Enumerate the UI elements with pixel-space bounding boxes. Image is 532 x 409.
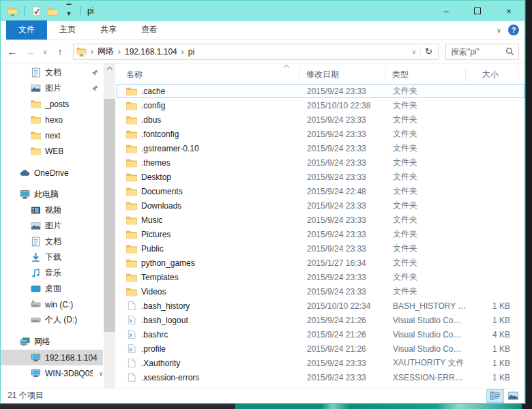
column-header-date[interactable]: 修改日期 bbox=[299, 67, 385, 81]
scrollbar-up-icon[interactable] bbox=[104, 63, 115, 74]
address-bar[interactable]: ›网络›192.168.1.104›pi ∨ ↻ bbox=[73, 44, 439, 60]
file-name-cell: python_games bbox=[117, 258, 300, 268]
search-icon[interactable] bbox=[505, 47, 518, 56]
help-icon[interactable]: ? bbox=[508, 25, 519, 35]
network-icon bbox=[20, 337, 30, 347]
sidebar-item-WIN-3D8Q0SD[interactable]: WIN-3D8Q0SD ∨ bbox=[1, 365, 103, 381]
file-row-.Xauthority[interactable]: .Xauthority 2015/9/24 23:33 XAUTHORITY 文… bbox=[117, 356, 524, 370]
sidebar-scrollbar[interactable] bbox=[104, 63, 115, 388]
forward-button[interactable]: → bbox=[23, 44, 38, 59]
ribbon-tab-查看[interactable]: 查看 bbox=[129, 20, 170, 40]
expand-chevron-icon[interactable]: ∨ bbox=[98, 370, 103, 377]
file-row-.xsession-errors[interactable]: .xsession-errors 2015/9/24 23:33 XSESSIO… bbox=[117, 370, 524, 384]
file-row-.bash_logout[interactable]: .bash_logout 2015/9/24 21:26 Visual Stud… bbox=[117, 313, 524, 327]
file-name-cell: .bash_history bbox=[117, 301, 300, 311]
file-row-.cache[interactable]: .cache 2015/9/24 23:33 文件夹 bbox=[117, 84, 524, 98]
window-network-folder-icon[interactable] bbox=[5, 4, 19, 18]
search-input[interactable] bbox=[446, 47, 505, 57]
breadcrumb-segment[interactable]: 网络 bbox=[96, 44, 115, 59]
details-view-button[interactable] bbox=[486, 389, 504, 403]
sidebar-item-label: 文档 bbox=[45, 236, 61, 247]
file-name: Videos bbox=[141, 287, 166, 297]
properties-icon[interactable] bbox=[29, 4, 43, 18]
file-size: 1 KB bbox=[467, 344, 520, 354]
sidebar-item-next[interactable]: next bbox=[1, 127, 103, 143]
customize-qat-dropdown-icon[interactable]: ▔▼ bbox=[62, 4, 76, 18]
sidebar-item-图片[interactable]: 图片 bbox=[1, 218, 103, 234]
sidebar-item-OneDrive[interactable]: OneDrive bbox=[1, 165, 103, 181]
folder-icon bbox=[126, 87, 137, 96]
address-dropdown-icon[interactable]: ∨ bbox=[408, 48, 421, 55]
back-button[interactable]: ← bbox=[5, 44, 20, 59]
sidebar-item-此电脑[interactable]: 此电脑 bbox=[1, 187, 103, 202]
file-row-.bash_history[interactable]: .bash_history 2015/10/10 22:34 BASH_HIST… bbox=[117, 299, 524, 313]
file-row-Music[interactable]: Music 2015/9/24 23:33 文件夹 bbox=[117, 213, 524, 227]
column-header-type[interactable]: 类型 bbox=[385, 67, 466, 81]
column-header-name[interactable]: 名称 bbox=[117, 67, 299, 81]
sidebar-item-192.168.1.104[interactable]: 192.168.1.104 bbox=[1, 350, 103, 365]
file-row-Videos[interactable]: Videos 2015/9/24 23:33 文件夹 bbox=[117, 284, 524, 299]
breadcrumb-separator-icon: › bbox=[88, 47, 96, 57]
sidebar-item-_posts[interactable]: _posts bbox=[1, 96, 103, 112]
breadcrumb-segment[interactable]: 192.168.1.104 bbox=[123, 46, 179, 58]
pin-icon bbox=[91, 85, 99, 92]
sidebar-item-文档[interactable]: 文档 bbox=[1, 234, 103, 249]
file-row-Desktop[interactable]: Desktop 2015/9/24 23:33 文件夹 bbox=[117, 170, 524, 184]
title-bar[interactable]: ▔▼ pi – × bbox=[1, 1, 524, 21]
file-row-Documents[interactable]: Documents 2015/9/24 22:48 文件夹 bbox=[117, 184, 524, 198]
file-row-python_games[interactable]: python_games 2015/1/27 16:34 文件夹 bbox=[117, 256, 524, 270]
ribbon-tab-主页[interactable]: 主页 bbox=[47, 20, 88, 40]
minimize-ribbon-chevron-icon[interactable]: ∨ bbox=[497, 27, 501, 34]
file-name-cell: Desktop bbox=[117, 172, 300, 182]
file-row-.config[interactable]: .config 2015/10/10 22:38 文件夹 bbox=[117, 98, 524, 112]
sidebar-item-音乐[interactable]: 音乐 bbox=[1, 265, 103, 281]
sidebar-item-下载[interactable]: 下载 bbox=[1, 249, 103, 265]
close-button[interactable]: × bbox=[493, 1, 524, 21]
file-row-.fontconfig[interactable]: .fontconfig 2015/9/24 23:33 文件夹 bbox=[117, 127, 524, 141]
sidebar-item-桌面[interactable]: 桌面 bbox=[1, 281, 103, 297]
column-header-size[interactable]: 大小 bbox=[466, 67, 519, 81]
sidebar-item-WEB[interactable]: WEB bbox=[1, 143, 103, 159]
file-list-pane: 名称 修改日期 类型 大小 .cache 2015/9/24 23:33 文件夹… bbox=[117, 63, 524, 388]
sidebar-item-视频[interactable]: 视频 bbox=[1, 202, 103, 218]
file-row-.profile[interactable]: .profile 2015/9/24 21:26 Visual Studio C… bbox=[117, 342, 524, 356]
ribbon-tab-共享[interactable]: 共享 bbox=[88, 20, 129, 40]
thumbnail-view-button[interactable] bbox=[504, 389, 522, 403]
scrollbar-thumb[interactable] bbox=[104, 99, 115, 332]
file-row-Templates[interactable]: Templates 2015/9/24 23:33 文件夹 bbox=[117, 270, 524, 284]
sidebar-item-文档[interactable]: 文档 bbox=[1, 65, 103, 80]
recent-locations-dropdown-icon[interactable]: ∨ bbox=[40, 44, 50, 59]
file-name: .profile bbox=[141, 344, 166, 354]
file-row-Downloads[interactable]: Downloads 2015/9/24 23:33 文件夹 bbox=[117, 198, 524, 213]
maximize-icon bbox=[474, 7, 481, 14]
folder-icon bbox=[31, 115, 41, 125]
file-date: 2015/9/24 21:26 bbox=[300, 344, 386, 354]
desktop-wallpaper-dark bbox=[0, 403, 235, 409]
file-row-.bashrc[interactable]: .bashrc 2015/9/24 21:26 Visual Studio Co… bbox=[117, 327, 524, 342]
sidebar-item-hexo[interactable]: hexo bbox=[1, 112, 103, 127]
file-name-cell: Pictures bbox=[117, 230, 300, 239]
file-name-cell: .fontconfig bbox=[117, 130, 300, 139]
sidebar-item-label: 桌面 bbox=[45, 283, 61, 294]
breadcrumb-segment[interactable]: pi bbox=[187, 46, 196, 58]
new-folder-icon[interactable] bbox=[46, 4, 59, 18]
maximize-button[interactable] bbox=[462, 1, 493, 21]
file-row-.dbus[interactable]: .dbus 2015/9/24 23:33 文件夹 bbox=[117, 112, 524, 127]
sidebar-item-win (C:)[interactable]: win (C:) bbox=[1, 297, 103, 312]
cloud-icon bbox=[20, 168, 30, 178]
file-row-.gstreamer-0.10[interactable]: .gstreamer-0.10 2015/9/24 23:33 文件夹 bbox=[117, 141, 524, 155]
file-type: XSESSION-ERR… bbox=[386, 373, 467, 382]
minimize-button[interactable]: – bbox=[430, 1, 462, 21]
up-button[interactable]: ↑ bbox=[53, 44, 68, 59]
folder-icon bbox=[126, 144, 137, 153]
ribbon-tab-文件[interactable]: 文件 bbox=[6, 20, 47, 40]
file-name-cell: .bashrc bbox=[117, 330, 300, 339]
file-date: 2015/9/24 23:33 bbox=[300, 130, 386, 139]
sidebar-item-个人 (D:)[interactable]: 个人 (D:) bbox=[1, 312, 103, 328]
file-row-Public[interactable]: Public 2015/9/24 23:33 文件夹 bbox=[117, 241, 524, 256]
sidebar-item-图片[interactable]: 图片 bbox=[1, 80, 103, 96]
sidebar-item-网络[interactable]: 网络 bbox=[1, 334, 103, 350]
refresh-icon[interactable]: ↻ bbox=[420, 46, 437, 57]
file-row-Pictures[interactable]: Pictures 2015/9/24 23:33 文件夹 bbox=[117, 227, 524, 241]
file-row-.themes[interactable]: .themes 2015/9/24 23:33 文件夹 bbox=[117, 155, 524, 170]
